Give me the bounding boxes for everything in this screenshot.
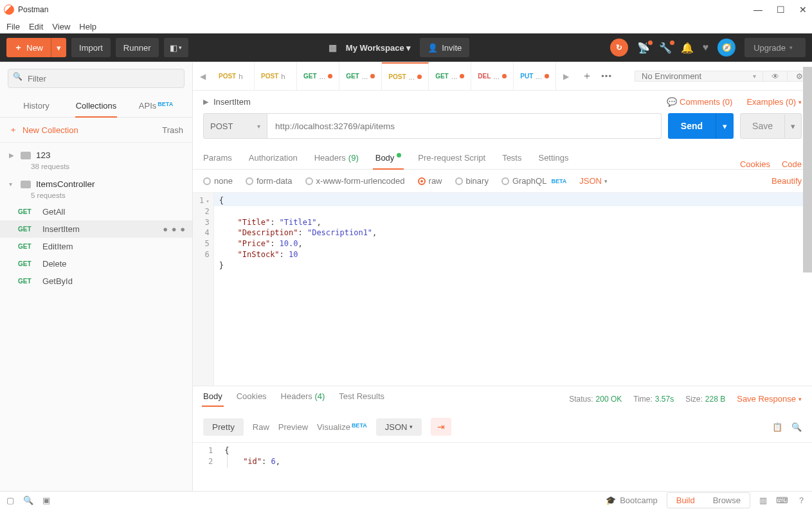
- examples-dropdown[interactable]: Examples (0) ▾: [746, 97, 802, 107]
- subtab-tests[interactable]: Tests: [502, 153, 521, 169]
- subtab-authorization[interactable]: Authorization: [249, 153, 298, 169]
- build-view[interactable]: Build: [667, 493, 704, 508]
- request-item[interactable]: GET InsertItem ● ● ●: [0, 220, 192, 238]
- comments-link[interactable]: 💬 Comments (0): [667, 97, 732, 107]
- content-scrollbar[interactable]: [803, 67, 812, 491]
- trash-link[interactable]: Trash: [162, 125, 183, 135]
- request-body-editor[interactable]: 1▾23456 { "Title": "Title1", "Descriptio…: [193, 193, 812, 386]
- environment-quicklook-button[interactable]: 👁: [763, 71, 788, 82]
- tab-apis[interactable]: APIsBETA: [126, 94, 186, 117]
- resp-tab-cookies[interactable]: Cookies: [237, 391, 267, 406]
- new-tab-button[interactable]: ＋: [582, 69, 592, 83]
- request-tab[interactable]: GET...: [297, 62, 339, 90]
- minimize-button[interactable]: —: [753, 4, 762, 15]
- preview-button[interactable]: Preview: [278, 422, 308, 432]
- tabs-right-arrow[interactable]: ▶: [556, 72, 575, 81]
- new-button[interactable]: ＋ New: [6, 38, 51, 57]
- code-content[interactable]: { "Title": "Title1", "Description": "Des…: [214, 193, 812, 386]
- search-icon[interactable]: 🔍: [791, 422, 802, 432]
- body-type-selector[interactable]: JSON ▾: [579, 176, 608, 186]
- subtab-headers[interactable]: Headers (9): [314, 153, 359, 169]
- menu-view[interactable]: View: [52, 22, 70, 31]
- maximize-button[interactable]: ☐: [777, 4, 785, 15]
- avatar[interactable]: 🧭: [717, 39, 735, 57]
- resp-tab-body[interactable]: Body: [203, 391, 222, 406]
- new-collection-button[interactable]: ＋ New Collection: [9, 124, 78, 136]
- body-binary[interactable]: binary: [455, 176, 489, 186]
- menu-edit[interactable]: Edit: [29, 22, 43, 31]
- bootcamp-link[interactable]: 🎓 Bootcamp: [606, 496, 658, 505]
- environment-selector[interactable]: No Environment ▾: [635, 71, 763, 82]
- workspace-selector[interactable]: My Workspace ▾: [346, 43, 411, 53]
- capture-icon[interactable]: 📡: [637, 42, 650, 54]
- sync-icon[interactable]: ↻: [610, 39, 628, 57]
- subtab-body[interactable]: Body: [375, 153, 402, 169]
- visualize-button[interactable]: VisualizeBETA: [317, 422, 367, 432]
- request-item[interactable]: GET GetById: [0, 272, 192, 290]
- subtab-settings[interactable]: Settings: [538, 153, 568, 169]
- runner-button[interactable]: Runner: [116, 38, 159, 57]
- method-selector[interactable]: POST ▾: [203, 113, 267, 139]
- send-dropdown[interactable]: ▾: [716, 113, 734, 139]
- request-tab[interactable]: POSTh: [212, 62, 255, 90]
- pretty-button[interactable]: Pretty: [203, 418, 244, 436]
- settings-icon[interactable]: 🔧: [659, 42, 672, 54]
- save-response-button[interactable]: Save Response ▾: [737, 394, 802, 404]
- new-window-button[interactable]: ◧▾: [164, 38, 188, 57]
- resp-tab-headers[interactable]: Headers (4): [281, 391, 325, 406]
- request-tab[interactable]: GET...: [339, 62, 382, 90]
- save-dropdown[interactable]: ▾: [785, 113, 802, 139]
- menu-help[interactable]: Help: [79, 22, 96, 31]
- invite-button[interactable]: 👤 Invite: [420, 38, 469, 57]
- request-tab[interactable]: DEL...: [471, 62, 514, 90]
- resp-tab-tests[interactable]: Test Results: [339, 391, 384, 406]
- more-icon[interactable]: ● ● ●: [163, 224, 186, 234]
- body-none[interactable]: none: [203, 176, 233, 186]
- filter-input[interactable]: [8, 69, 185, 88]
- tab-collections[interactable]: Collections: [66, 94, 126, 117]
- request-item[interactable]: GET GetAll: [0, 203, 192, 220]
- tab-menu-button[interactable]: •••: [601, 71, 612, 81]
- request-tab[interactable]: POST...: [382, 62, 429, 90]
- browse-view[interactable]: Browse: [704, 493, 750, 508]
- notifications-icon[interactable]: 🔔: [681, 42, 694, 54]
- request-tab[interactable]: POSTh: [255, 62, 297, 90]
- response-body-editor[interactable]: 12 { "id": 6,: [193, 442, 812, 468]
- tabs-left-arrow[interactable]: ◀: [193, 72, 212, 81]
- menu-file[interactable]: File: [6, 22, 20, 31]
- upgrade-button[interactable]: Upgrade ▾: [744, 38, 806, 57]
- url-input[interactable]: [267, 113, 662, 139]
- tab-history[interactable]: History: [6, 94, 66, 117]
- body-urlencoded[interactable]: x-www-form-urlencoded: [305, 176, 405, 186]
- chevron-right-icon[interactable]: ▶: [203, 98, 208, 106]
- close-button[interactable]: ✕: [799, 4, 807, 15]
- subtab-params[interactable]: Params: [203, 153, 232, 169]
- help-icon[interactable]: ？: [797, 495, 806, 506]
- send-button[interactable]: Send: [668, 113, 716, 139]
- console-icon[interactable]: ▣: [42, 496, 50, 505]
- raw-button[interactable]: Raw: [253, 422, 269, 432]
- sidebar-toggle-icon[interactable]: ▢: [6, 496, 14, 505]
- code-content[interactable]: { "id": 6,: [218, 443, 812, 468]
- import-button[interactable]: Import: [71, 38, 111, 57]
- beautify-button[interactable]: Beautify: [771, 176, 802, 186]
- cookies-link[interactable]: Cookies: [740, 159, 770, 169]
- request-item[interactable]: GET Delete: [0, 255, 192, 272]
- subtab-prerequest[interactable]: Pre-request Script: [418, 153, 485, 169]
- collection-folder[interactable]: ▾ ItemsController: [0, 175, 192, 193]
- copy-icon[interactable]: 📋: [772, 422, 782, 432]
- body-raw[interactable]: raw: [418, 176, 442, 186]
- save-button[interactable]: Save: [740, 113, 785, 139]
- two-pane-icon[interactable]: ▥: [759, 496, 767, 505]
- response-type-selector[interactable]: JSON▾: [376, 418, 422, 436]
- new-dropdown[interactable]: ▾: [51, 38, 66, 57]
- request-item[interactable]: GET EditItem: [0, 238, 192, 255]
- code-link[interactable]: Code: [782, 159, 802, 169]
- wrap-lines-button[interactable]: ⇥: [431, 418, 451, 436]
- request-tab[interactable]: PUT...: [514, 62, 556, 90]
- heart-icon[interactable]: ♥: [703, 42, 709, 53]
- body-graphql[interactable]: GraphQLBETA: [501, 176, 566, 186]
- find-icon[interactable]: 🔍: [23, 496, 33, 505]
- keyboard-icon[interactable]: ⌨: [776, 496, 788, 505]
- body-form-data[interactable]: form-data: [246, 176, 293, 186]
